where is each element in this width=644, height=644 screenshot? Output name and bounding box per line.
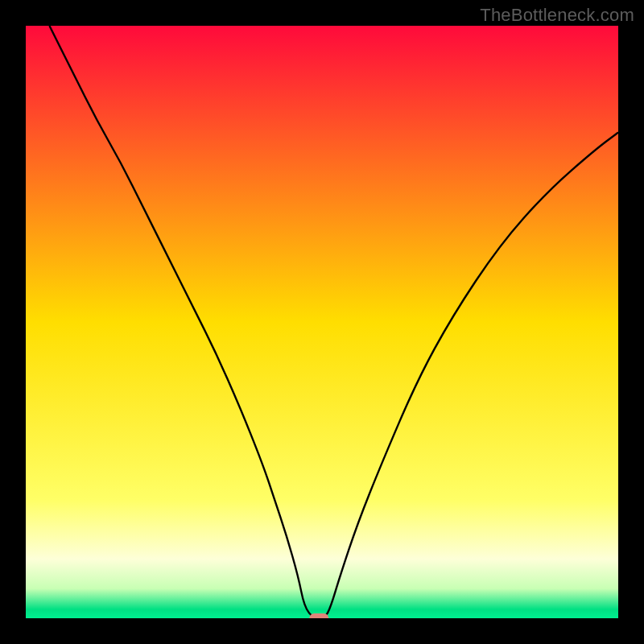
watermark-text: TheBottleneck.com [480,5,634,26]
gradient-background [26,26,618,618]
chart-frame: TheBottleneck.com [0,0,644,644]
plot-area [26,26,618,618]
chart-svg [26,26,618,618]
current-point-marker [309,613,328,618]
